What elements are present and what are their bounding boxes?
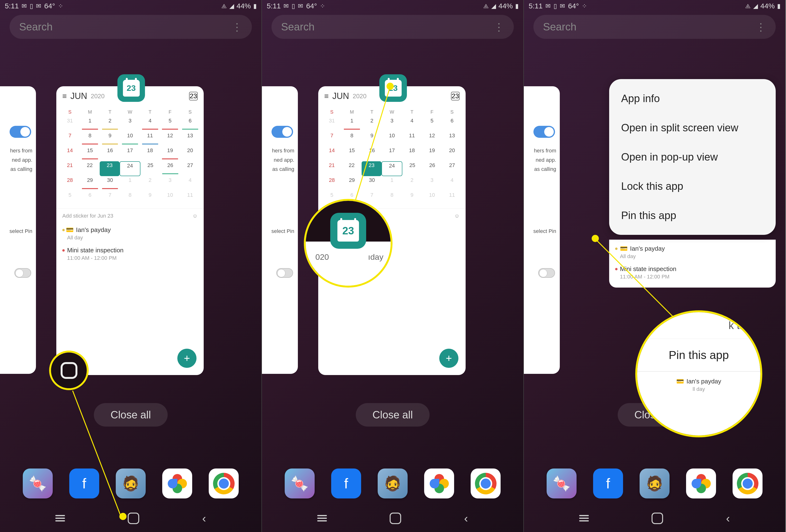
dock-app-photos[interactable] [686, 468, 716, 499]
cal-cell[interactable]: 20 [180, 146, 200, 161]
cal-cell[interactable]: 12 [160, 132, 180, 146]
sticker-hint[interactable]: Add sticker for Jun 23☺ [318, 208, 466, 223]
peek-card-settings[interactable]: hers from ned app. as calling select Pin [0, 86, 36, 374]
menu-pin-app[interactable]: Pin this app [609, 201, 776, 230]
nav-recents-button[interactable] [317, 515, 327, 522]
cal-cell[interactable]: 29 [80, 176, 100, 191]
event-item[interactable]: Mini state inspection 11:00 AM - 12:00 P… [56, 244, 204, 264]
cal-cell[interactable]: 2 [140, 176, 160, 191]
recents-search[interactable]: Search ⋮ [533, 15, 776, 39]
cal-cell[interactable]: 10 [120, 132, 140, 146]
peek-card-settings[interactable]: hers from ned app. as calling select Pin [262, 86, 298, 374]
sticker-hint[interactable]: Add sticker for Jun 23 ☺ [56, 208, 204, 223]
calendar-app-icon[interactable]: 23 [117, 74, 145, 102]
dock-app-game[interactable]: 🍬 [285, 468, 315, 499]
nav-home-button[interactable] [390, 513, 401, 524]
cal-cell[interactable]: 25 [140, 161, 160, 176]
cal-cell[interactable]: 8 [120, 191, 140, 206]
nav-home-button[interactable] [652, 513, 663, 524]
cal-cell[interactable]: 15 [80, 146, 100, 161]
cal-cell[interactable]: 8 [80, 132, 100, 146]
cal-cell[interactable]: 5 [60, 191, 80, 206]
cal-cell[interactable]: 16 [100, 146, 120, 161]
nav-recents-button[interactable] [579, 515, 589, 522]
recents-carousel[interactable]: hers from ned app. as calling select Pin… [262, 74, 523, 393]
toggle-off[interactable] [538, 268, 555, 278]
more-options-icon[interactable]: ⋮ [494, 21, 504, 33]
cal-cell[interactable]: 28 [60, 176, 80, 191]
cal-cell[interactable]: 27 [180, 161, 200, 176]
cal-cell[interactable]: 1 [80, 117, 100, 132]
cal-cell[interactable]: 11 [180, 191, 200, 206]
add-event-fab[interactable]: + [439, 349, 458, 368]
today-icon[interactable]: 23 [189, 92, 198, 100]
cal-cell[interactable]: 3 [160, 176, 180, 191]
toggle-off[interactable] [276, 268, 293, 278]
cal-cell[interactable]: 17 [120, 146, 140, 161]
cal-cell[interactable]: 21 [60, 161, 80, 176]
dock-app-chrome[interactable] [733, 468, 763, 499]
cal-cell[interactable]: 19 [160, 146, 180, 161]
calendar-card-peek[interactable]: 💳Ian's payday All day Mini state inspect… [609, 240, 776, 287]
add-event-fab[interactable]: + [177, 349, 196, 368]
cal-cell[interactable]: 2 [100, 117, 120, 132]
close-all-button[interactable]: Close all [355, 403, 430, 426]
nav-home-button[interactable] [128, 513, 139, 524]
dock-app-game2[interactable]: 🧔 [378, 468, 408, 499]
hamburger-icon[interactable]: ≡ [62, 92, 67, 101]
close-all-button[interactable]: Close all [94, 403, 168, 426]
cal-cell[interactable]: 3 [120, 117, 140, 132]
menu-split-screen[interactable]: Open in split screen view [609, 113, 776, 142]
menu-lock-app[interactable]: Lock this app [609, 171, 776, 201]
dock-app-facebook[interactable]: f [69, 468, 99, 499]
dock-app-photos[interactable] [424, 468, 454, 499]
cal-cell[interactable]: 14 [60, 146, 80, 161]
cal-cell[interactable]: 18 [140, 146, 160, 161]
peek-card-settings[interactable]: hers from ned app. as calling select Pin [524, 86, 560, 374]
cal-cell[interactable]: 7 [100, 191, 120, 206]
today-icon[interactable]: 23 [451, 92, 460, 100]
cal-cell[interactable]: 6 [180, 117, 200, 132]
nav-back-button[interactable]: ‹ [726, 512, 730, 525]
calendar-recent-card[interactable]: ≡ JUN 2020 23 S M T W T F S 31123456 789… [318, 86, 466, 375]
dock-app-game[interactable]: 🍬 [23, 468, 53, 499]
toggle-on[interactable] [533, 126, 555, 138]
cal-cell[interactable]: 6 [80, 191, 100, 206]
cal-cell[interactable]: 4 [180, 176, 200, 191]
more-options-icon[interactable]: ⋮ [232, 21, 242, 33]
cal-cell[interactable]: 11 [140, 132, 160, 146]
cal-cell[interactable]: 24 [120, 161, 140, 176]
toggle-on[interactable] [272, 126, 293, 138]
recents-carousel[interactable]: hers from ned app. as calling select Pin… [0, 74, 261, 393]
dock-app-photos[interactable] [162, 468, 192, 499]
cal-cell[interactable]: 7 [60, 132, 80, 146]
event-item[interactable]: 💳Ian's payday All day [56, 223, 204, 244]
close-all-button[interactable]: Close all [618, 403, 692, 426]
cal-cell[interactable]: 1 [120, 176, 140, 191]
menu-popup-view[interactable]: Open in pop-up view [609, 142, 776, 171]
hamburger-icon[interactable]: ≡ [324, 92, 329, 101]
event-item[interactable]: 💳Ian's payday All day [318, 223, 466, 244]
cal-cell[interactable]: 26 [160, 161, 180, 176]
cal-cell-today[interactable]: 23 [100, 161, 120, 176]
dock-app-facebook[interactable]: f [331, 468, 361, 499]
cal-cell[interactable]: 4 [140, 117, 160, 132]
dock-app-game2[interactable]: 🧔 [640, 468, 670, 499]
event-item[interactable]: Mini state inspection 11:00 AM - 12:00 P… [609, 262, 776, 283]
nav-recents-button[interactable] [55, 515, 65, 522]
cal-cell[interactable]: 30 [100, 176, 120, 191]
cal-cell[interactable]: 13 [180, 132, 200, 146]
nav-back-button[interactable]: ‹ [464, 512, 468, 525]
cal-cell[interactable]: 31 [60, 117, 80, 132]
nav-back-button[interactable]: ‹ [202, 512, 206, 525]
calendar-recent-card[interactable]: ≡ JUN 2020 23 S M T W T F S 31 1 2 [56, 86, 204, 375]
toggle-on[interactable] [9, 126, 31, 138]
dock-app-facebook[interactable]: f [593, 468, 623, 499]
recents-search[interactable]: Search ⋮ [272, 15, 514, 39]
more-options-icon[interactable]: ⋮ [756, 21, 766, 33]
cal-cell[interactable]: 10 [160, 191, 180, 206]
event-item[interactable]: 💳Ian's payday All day [609, 242, 776, 262]
recents-search[interactable]: Search ⋮ [9, 15, 252, 39]
menu-app-info[interactable]: App info [609, 84, 776, 113]
dock-app-game[interactable]: 🍬 [547, 468, 577, 499]
